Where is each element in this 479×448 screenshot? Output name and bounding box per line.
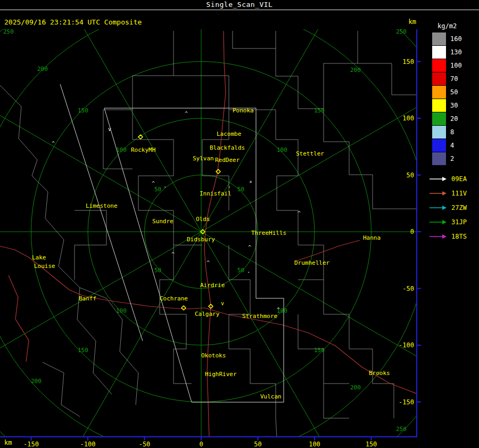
range-ring-label: 200 [37,66,48,72]
radar-site-row: 09EA [429,172,478,186]
town-marker: v [221,300,224,306]
city-label: Lacombe [217,131,241,137]
right-axis-tick-label: 50 [407,172,414,179]
legend-value: 100 [450,62,462,69]
city-label: Blackfalds [210,144,245,151]
legend-color-swatch [432,139,446,152]
range-ring-label: 150 [78,107,88,114]
range-ring-label: 200 [350,67,361,74]
legend-radar-sites: 09EA111V27ZW31JP18TS [429,172,478,243]
legend-entry: 160 [429,32,478,45]
legend-color-scale: 16013010070503020842 [429,32,478,165]
legend-color-swatch [432,126,446,139]
city-label: Airdrie [200,282,225,289]
city-label: Innisfail [200,190,232,197]
range-ring-label: 200 [31,378,42,385]
range-ring-label: 150 [314,107,325,114]
city-label: HighRiver [205,371,237,378]
bottom-axis-tick-label: 0 [199,441,203,448]
legend-entry: 130 [429,45,478,59]
radar-map-canvas[interactable]: 2502502002001501501001005050505010010015… [0,29,479,448]
legend-value: 8 [450,128,454,136]
highway-line [204,308,417,394]
city-label: Calgary [195,311,220,317]
range-ring-label: 250 [396,29,407,35]
legend-color-swatch [432,99,446,112]
legend-color-swatch [432,46,446,59]
county-boundary-line [358,63,417,95]
bottom-axis-unit-label: km [4,439,12,446]
right-axis-tick-label: -100 [399,341,414,349]
site-id-label: 27ZW [451,204,467,211]
town-marker: ^ [185,111,188,117]
radar-map-layers: 2502502002001501501001005050505010010015… [0,29,479,448]
town-marker: ^ [152,181,155,186]
range-ring-label: 100 [277,146,287,153]
town-marker: ^ [207,260,210,266]
county-boundary-line [276,110,298,210]
legend-value: 70 [450,75,458,83]
legend-value: 130 [450,48,462,56]
city-label: RockyMH [131,146,155,153]
legend-entry: 100 [429,59,478,72]
legend-color-swatch [432,59,446,72]
legend-entry: 70 [429,72,478,85]
right-axis-tick-label: -50 [402,285,414,292]
legend-value: 30 [450,102,458,109]
site-id-label: 111V [451,190,467,197]
city-label: Didsbury [187,236,215,243]
legend-color-swatch [432,72,446,85]
site-arrow-icon [429,205,447,211]
site-arrow-icon [429,190,447,197]
site-arrow-icon [429,219,447,225]
town-marker: ^ [171,251,175,257]
city-label: Cochrane [160,295,188,302]
radar-site-row: 111V [429,186,478,200]
legend-entry: 8 [429,125,478,139]
county-boundary-line [202,110,229,176]
range-ring-label: 100 [116,146,127,153]
county-boundary-line [43,362,80,417]
county-boundary-line [75,210,106,280]
range-radial-line [0,29,479,448]
county-boundary-line [229,245,250,349]
city-label: Drumheller [294,259,330,266]
right-axis-tick-label: 100 [402,115,414,122]
bottom-axis-tick-label: -50 [139,441,151,448]
legend-entry: 4 [429,139,478,152]
city-label: Limestone [86,202,118,209]
highway-line [9,275,29,362]
city-label: Strathmore [242,313,277,320]
right-axis-tick-label: 0 [410,228,414,235]
scan-area-outline [60,84,143,341]
bottom-axis-tick-label: -100 [80,441,96,448]
range-ring-label: 50 [237,186,244,193]
county-boundary-line [298,280,373,384]
city-label: Okotoks [201,352,226,359]
city-label: Stettler [296,150,324,157]
city-label: RedDeer [215,157,240,164]
city-label: ThreeHills [251,230,286,237]
city-label: Vulcan [260,393,282,400]
site-arrow-icon [429,233,447,240]
town-marker: ^ [298,210,301,216]
county-boundary-line [324,109,417,209]
range-ring [0,29,479,448]
vil-legend-panel: kg/m2 16013010070503020842 09EA111V27ZW3… [429,22,478,243]
legend-color-swatch [432,86,446,99]
legend-color-swatch [432,112,446,125]
city-label: Ponoka [233,107,254,114]
county-boundary-line [277,210,324,280]
bottom-axis-tick-label: 50 [254,441,261,448]
town-marker: ^ [52,141,55,146]
city-label: Hanna [363,234,381,241]
town-marker: ^ [277,307,280,313]
site-arrow-icon [429,176,447,182]
range-ring-label: 50 [154,267,161,274]
legend-entry: 20 [429,112,478,125]
legend-value: 4 [450,142,454,149]
city-label: Lake [32,254,46,261]
city-label: Sylvan [193,155,214,162]
range-ring-label: 50 [237,267,244,274]
legend-value: 50 [450,88,458,96]
